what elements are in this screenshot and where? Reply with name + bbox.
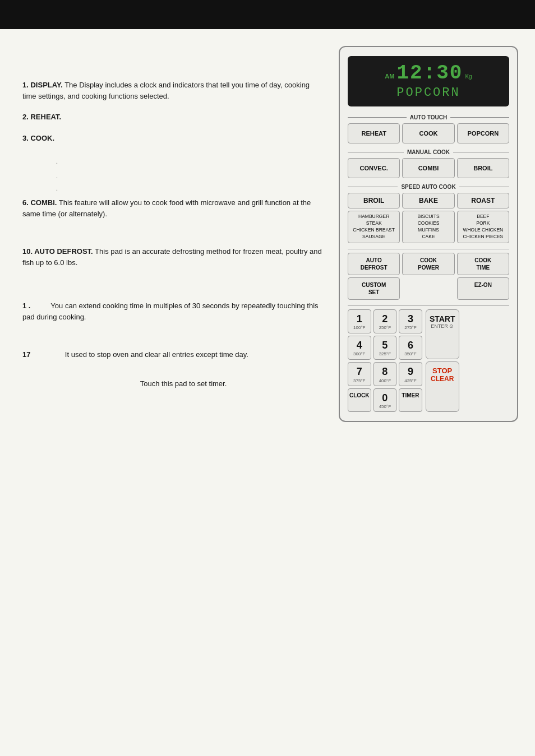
ez-on-button[interactable]: EZ-ON [457, 277, 509, 300]
speed-sub-col-1[interactable]: HAMBURGERSTEAKCHICKEN BREASTSAUSAGE [348, 211, 400, 243]
enter-label: ENTER ⊙ [428, 323, 456, 329]
clock-button[interactable]: CLOCK [348, 388, 371, 412]
clock-timer-row: CLOCK 0450°F TIMER [348, 388, 422, 412]
instruction-extend: 1 . You can extend cooking time in multi… [22, 300, 322, 322]
num-1-button[interactable]: 1100°F [348, 309, 371, 333]
auto-touch-buttons: REHEAT COOK POPCORN [348, 123, 509, 143]
oven-panel: AM 12:30 Kg POPCORN AUTO TOUCH REHEAT CO… [339, 46, 518, 422]
display-text: POPCORN [356, 86, 501, 100]
instruction-2: 2. REHEAT. [22, 112, 322, 123]
instruction-3: 3. COOK. [22, 133, 322, 144]
convec-button[interactable]: CONVEC. [348, 158, 400, 178]
numpad-grid: 1100°F 2250°F 3275°F 4300°F 5325°F 6350°… [348, 309, 422, 387]
timer-button[interactable]: TIMER [399, 388, 422, 412]
num-0-button[interactable]: 0450°F [373, 388, 397, 412]
instruction-1: 1. DISPLAY. The Display includes a clock… [22, 80, 322, 101]
cook-power-button[interactable]: COOKPOWER [402, 253, 454, 275]
num-5-button[interactable]: 5325°F [373, 336, 397, 360]
manual-cook-header: MANUAL COOK [348, 149, 509, 155]
cook-time-button[interactable]: COOKTIME [457, 253, 509, 275]
manual-cook-buttons: CONVEC. COMBI BROIL [348, 158, 509, 178]
right-buttons: START ENTER ⊙ STOP CLEAR [426, 309, 459, 412]
num-3-button[interactable]: 3275°F [399, 309, 422, 333]
speed-sub-col-2[interactable]: BISCUITSCOOKIESMUFFINSCAKE [402, 211, 454, 243]
num-6-button[interactable]: 6350°F [399, 336, 422, 360]
instruction-17: 17 It used to stop oven and clear all en… [22, 349, 322, 360]
num-2-button[interactable]: 2250°F [373, 309, 397, 333]
cook-button[interactable]: COOK [402, 123, 454, 143]
custom-set-button[interactable]: CUSTOMSET [348, 277, 400, 300]
display-section: AM 12:30 Kg POPCORN [348, 56, 509, 106]
num-8-button[interactable]: 8400°F [373, 362, 397, 386]
numpad-section: 1100°F 2250°F 3275°F 4300°F 5325°F 6350°… [348, 309, 509, 412]
auto-touch-header: AUTO TOUCH [348, 114, 509, 120]
display-time: 12:30 [396, 62, 463, 85]
speed-broil-button[interactable]: BROIL [348, 193, 400, 208]
num-9-button[interactable]: 9425°F [399, 362, 422, 386]
speed-sub-col-3[interactable]: BEEFPORKWHOLE CHICKENCHICKEN PIECES [457, 211, 509, 243]
speed-auto-cook-header: SPEED AUTO COOK [348, 184, 509, 190]
broil-button[interactable]: BROIL [457, 158, 509, 178]
popcorn-button[interactable]: POPCORN [457, 123, 509, 143]
clear-label: CLEAR [428, 375, 456, 383]
instruction-10: 10. AUTO DEFROST. This pad is an accurat… [22, 246, 322, 268]
mid-section: AUTODEFROST COOKPOWER COOKTIME CUSTOMSET… [348, 253, 509, 300]
stop-clear-button[interactable]: STOP CLEAR [426, 361, 459, 412]
combi-button[interactable]: COMBI [402, 158, 454, 178]
instruction-6: 6. COMBI. This feature will allow you to… [22, 197, 322, 219]
start-button[interactable]: START ENTER ⊙ [426, 309, 459, 360]
speed-auto-cook-section: BROIL BAKE ROAST HAMBURGERSTEAKCHICKEN B… [348, 193, 509, 243]
num-7-button[interactable]: 7375°F [348, 362, 371, 386]
display-am: AM [385, 73, 394, 80]
instructions-panel: 1. DISPLAY. The Display includes a clock… [22, 46, 322, 422]
top-bar [0, 0, 535, 29]
auto-defrost-button[interactable]: AUTODEFROST [348, 253, 400, 275]
speed-bake-button[interactable]: BAKE [402, 193, 454, 208]
instruction-timer: Touch this pad to set timer. [45, 378, 322, 389]
speed-roast-button[interactable]: ROAST [457, 193, 509, 208]
display-kg: Kg [465, 73, 472, 80]
stop-label: STOP [428, 367, 456, 375]
reheat-button[interactable]: REHEAT [348, 123, 400, 143]
num-4-button[interactable]: 4300°F [348, 336, 371, 360]
start-label: START [428, 314, 456, 323]
